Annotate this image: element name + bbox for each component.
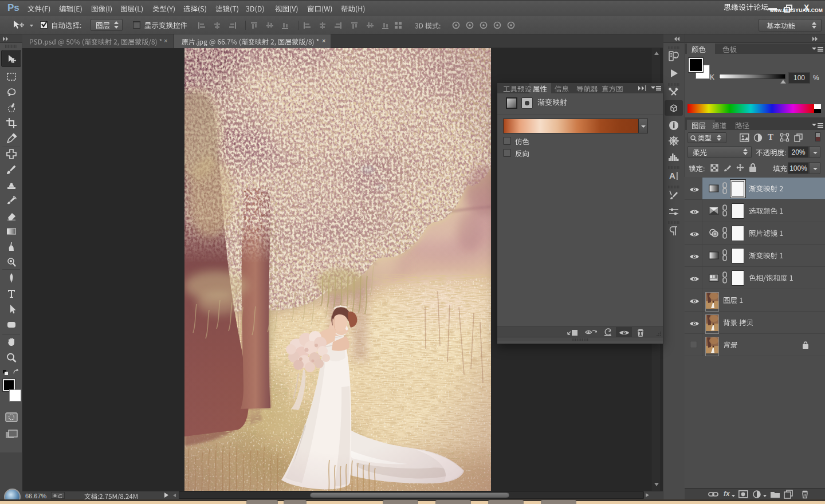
svg-text:A: A [669, 171, 675, 180]
